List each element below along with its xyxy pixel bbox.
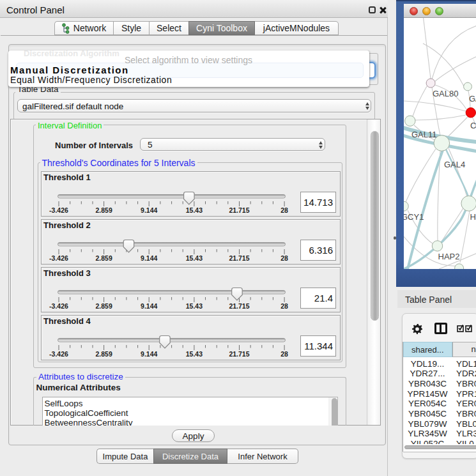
svg-text:15.43: 15.43 — [185, 206, 202, 214]
svg-text:GCY1: GCY1 — [404, 212, 424, 222]
svg-text:GAL11: GAL11 — [411, 130, 437, 139]
svg-text:9.144: 9.144 — [141, 254, 157, 262]
svg-text:21.715: 21.715 — [229, 350, 249, 358]
svg-text:HAP2: HAP2 — [438, 252, 460, 261]
svg-text:28: 28 — [280, 302, 288, 310]
svg-text:9.144: 9.144 — [141, 350, 157, 358]
svg-text:GA: GA — [469, 94, 476, 104]
svg-text:15.43: 15.43 — [185, 350, 202, 358]
svg-text:28: 28 — [280, 254, 288, 262]
svg-text:2.859: 2.859 — [95, 302, 112, 310]
svg-text:28: 28 — [280, 350, 288, 358]
svg-text:21.715: 21.715 — [229, 302, 249, 310]
svg-text:21.715: 21.715 — [229, 254, 249, 262]
svg-text:-3.426: -3.426 — [49, 302, 68, 310]
svg-text:15.43: 15.43 — [185, 254, 202, 262]
svg-text:-3.426: -3.426 — [49, 350, 68, 358]
svg-text:2.859: 2.859 — [95, 206, 112, 214]
svg-text:H: H — [470, 212, 476, 222]
svg-text:21.715: 21.715 — [229, 206, 249, 214]
svg-text:2.859: 2.859 — [95, 350, 112, 358]
svg-text:-3.426: -3.426 — [49, 254, 68, 262]
svg-text:GAL4: GAL4 — [444, 160, 465, 169]
svg-text:GAL80: GAL80 — [433, 89, 458, 98]
svg-text:28: 28 — [280, 206, 288, 214]
svg-text:15.43: 15.43 — [185, 302, 202, 310]
svg-text:2.859: 2.859 — [95, 254, 112, 262]
svg-text:9.144: 9.144 — [141, 206, 157, 214]
svg-text:-3.426: -3.426 — [49, 206, 68, 214]
svg-text:9.144: 9.144 — [141, 302, 157, 310]
svg-text:C: C — [470, 121, 476, 130]
